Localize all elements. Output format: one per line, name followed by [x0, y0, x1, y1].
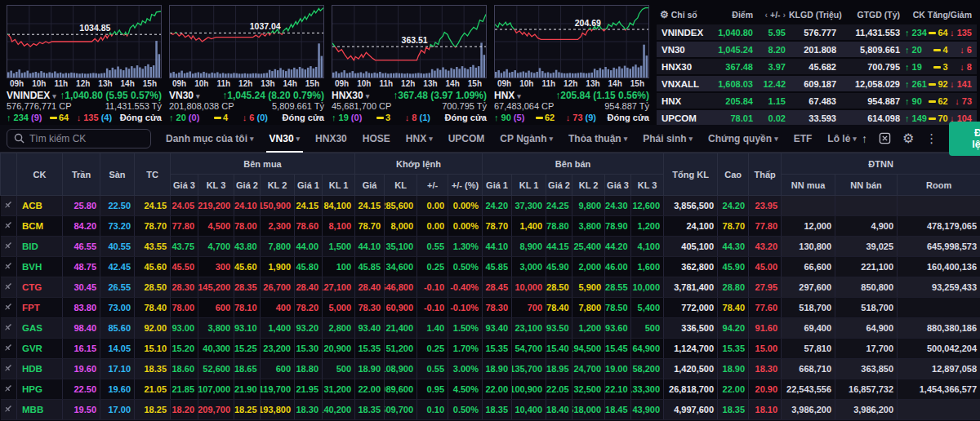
- subheader-kl-2[interactable]: KL 2: [572, 175, 605, 196]
- upload-icon[interactable]: ↑: [862, 133, 867, 144]
- board-cell: 93,259,433: [898, 277, 980, 298]
- index-name[interactable]: VN30▾: [169, 90, 200, 101]
- board-row-mbb[interactable]: MBB19.5017.0018.2518.20209,70018.25193,8…: [1, 400, 980, 420]
- subheader-kl-3[interactable]: KL 3: [198, 175, 234, 196]
- pin-cell[interactable]: [1, 277, 17, 298]
- symbol-cell[interactable]: HDB: [17, 359, 63, 379]
- header-tran[interactable]: Trần: [63, 153, 100, 196]
- subheader-gi-2[interactable]: Giá 2: [234, 175, 261, 196]
- subheader-nn-b-n[interactable]: NN bán: [835, 175, 898, 196]
- header-ck[interactable]: CK: [17, 153, 63, 196]
- board-row-bcm[interactable]: BCM84.2073.2078.7077.804,50078.002,30078…: [1, 216, 980, 237]
- board-row-ctg[interactable]: CTG30.4526.5528.5028.30145,20028.3526,70…: [1, 277, 980, 298]
- tab-upcom[interactable]: UPCOM: [448, 125, 485, 153]
- subheader-gi-3[interactable]: Giá 3: [605, 175, 631, 196]
- subheader-gi-1[interactable]: Giá 1: [483, 175, 512, 196]
- pin-cell[interactable]: [1, 318, 17, 339]
- pin-cell[interactable]: [1, 379, 17, 400]
- subheader-gi-1[interactable]: Giá 1: [295, 175, 323, 196]
- symbol-cell[interactable]: BID: [17, 237, 63, 257]
- subheader-gi-3[interactable]: Giá 3: [171, 175, 198, 196]
- index-row-hnx30[interactable]: HNX30367.483.9745.682700.795↑ 193↓ 8: [657, 59, 977, 74]
- chevron-left-icon[interactable]: ‹: [765, 10, 768, 20]
- board-cell: 300: [198, 257, 234, 277]
- subheader-kl-2[interactable]: KL 2: [261, 175, 295, 196]
- index-row-vnindex[interactable]: VNINDEX1,040.805.95576.77711,431.553↑ 23…: [657, 24, 977, 40]
- board-row-gvr[interactable]: GVR16.1514.0515.1015.2040,30015.2523,200…: [1, 339, 980, 359]
- board-cell: 3,781,400: [664, 277, 718, 298]
- tab-hnx30[interactable]: HNX30: [315, 125, 347, 153]
- subheader-kl-1[interactable]: KL 1: [323, 175, 355, 196]
- pin-cell[interactable]: [1, 298, 17, 318]
- gear-icon[interactable]: ⚙: [902, 132, 914, 145]
- tab-hose[interactable]: HOSE: [363, 125, 390, 153]
- kebab-menu-icon[interactable]: ⋮: [925, 132, 938, 144]
- symbol-cell[interactable]: FPT: [17, 298, 63, 318]
- pin-cell[interactable]: [1, 216, 17, 237]
- tab-cp-ngành[interactable]: CP Ngành ▾: [500, 125, 553, 153]
- pin-cell[interactable]: [1, 257, 17, 277]
- pin-cell[interactable]: [1, 339, 17, 359]
- board-cell: 43,900: [631, 400, 664, 420]
- header-tong-kl[interactable]: Tổng KL: [664, 153, 718, 196]
- subheader-room[interactable]: Room: [898, 175, 980, 196]
- board-row-acb[interactable]: ACB25.8022.5024.1524.05219,20024.10150,9…: [1, 196, 980, 216]
- pin-cell[interactable]: [1, 196, 17, 216]
- board-row-bid[interactable]: BID46.5540.5543.5543.754,70043.807,80044…: [1, 237, 980, 257]
- tab-danh-mục-của-tôi[interactable]: Danh mục của tôi ▾: [166, 125, 254, 153]
- symbol-cell[interactable]: MBB: [17, 400, 63, 420]
- board-row-hdb[interactable]: HDB19.6017.1018.3518.6052,60018.6560018.…: [1, 359, 980, 379]
- header-cao[interactable]: Cao: [718, 153, 749, 196]
- header-tc[interactable]: TC: [135, 153, 171, 196]
- index-row-vnxall[interactable]: VNXALL1,608.0312.42609.18712,058.029↑ 26…: [657, 76, 977, 91]
- board-cell: 8,000: [385, 216, 417, 237]
- gear-icon[interactable]: ⚙: [660, 9, 669, 20]
- pin-cell[interactable]: [1, 359, 17, 379]
- symbol-cell[interactable]: CTG: [17, 277, 63, 298]
- symbol-cell[interactable]: ACB: [17, 196, 63, 216]
- index-row-hnx[interactable]: HNX205.841.1567.483954.887↑ 9062↓ 73: [657, 93, 977, 109]
- subheader--[interactable]: +/-: [417, 175, 448, 196]
- index-name[interactable]: VNINDEX▾: [7, 90, 56, 101]
- board-row-gas[interactable]: GAS98.4085.6092.0093.003,80093.101,40093…: [1, 318, 980, 339]
- index-name[interactable]: HNX▾: [494, 90, 521, 101]
- symbol-cell[interactable]: BCM: [17, 216, 63, 237]
- board-cell: 12,600: [631, 196, 664, 216]
- pin-cell[interactable]: [1, 237, 17, 257]
- place-order-button[interactable]: Đặt lệnh: [949, 122, 980, 156]
- tab-phái-sinh[interactable]: Phái sinh ▾: [643, 125, 693, 153]
- tab-vn30[interactable]: VN30 ▾: [270, 125, 301, 153]
- symbol-cell[interactable]: HPG: [17, 379, 63, 400]
- tab-thỏa-thuận[interactable]: Thỏa thuận ▾: [568, 125, 627, 153]
- subheader--[interactable]: +/- (%): [448, 175, 483, 196]
- index-row-vn30[interactable]: VN301,045.248.20201.8085,809.661↑ 204↓ 6: [657, 42, 977, 57]
- tab-hnx[interactable]: HNX ▾: [406, 125, 433, 153]
- subheader-gi-[interactable]: Giá: [355, 175, 385, 196]
- header-thap[interactable]: Thấp: [749, 153, 782, 196]
- subheader-kl-3[interactable]: KL 3: [631, 175, 664, 196]
- search-input[interactable]: [29, 133, 144, 144]
- subheader-kl-1[interactable]: KL 1: [512, 175, 546, 196]
- symbol-cell[interactable]: GAS: [17, 318, 63, 339]
- decliners-count: ↓ 8 (1): [405, 113, 430, 122]
- index-row-upcom[interactable]: UPCOM78.010.0233.593614.098↑ 14970↓ 104: [657, 110, 977, 126]
- search-box[interactable]: [7, 129, 151, 148]
- board-cell: 509,700: [385, 400, 417, 420]
- tab-etf[interactable]: ETF: [794, 125, 813, 153]
- subheader-kl[interactable]: KL: [385, 175, 417, 196]
- board-row-bvh[interactable]: BVH48.7542.4545.6045.5030045.601,90045.8…: [1, 257, 980, 277]
- chevron-right-icon[interactable]: ›: [783, 10, 786, 20]
- excel-export-icon[interactable]: [879, 132, 891, 144]
- index-name[interactable]: HNX30▾: [332, 90, 369, 101]
- tab-chứng-quyền[interactable]: Chứng quyền ▾: [708, 125, 778, 153]
- header-san[interactable]: Sàn: [100, 153, 135, 196]
- symbol-cell[interactable]: GVR: [17, 339, 63, 359]
- pin-cell[interactable]: [1, 400, 17, 420]
- symbol-cell[interactable]: BVH: [17, 257, 63, 277]
- subheader-nn-mua[interactable]: NN mua: [782, 175, 835, 196]
- subheader-gi-2[interactable]: Giá 2: [546, 175, 572, 196]
- board-cell: 77.80: [171, 216, 198, 237]
- board-row-fpt[interactable]: FPT83.8073.0078.4078.0060078.1040078.205…: [1, 298, 980, 318]
- board-row-hpg[interactable]: HPG22.5019.6021.0521.85107,00021.90119,7…: [1, 379, 980, 400]
- tab-lô-lẻ[interactable]: Lô lẻ ▾: [827, 125, 857, 153]
